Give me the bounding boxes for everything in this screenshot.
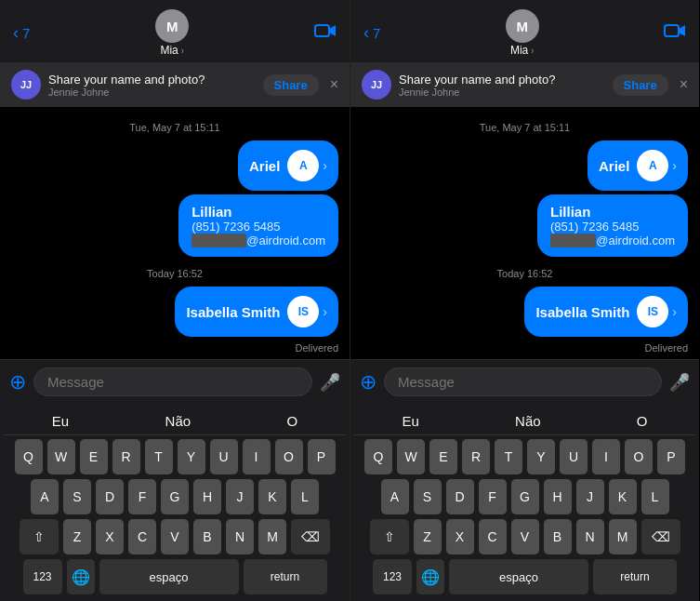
left-back-count[interactable]: 7 bbox=[22, 25, 30, 41]
left-key-space[interactable]: espaço bbox=[99, 559, 239, 594]
left-key-l[interactable]: L bbox=[291, 479, 319, 514]
left-video-button[interactable] bbox=[314, 22, 337, 44]
left-key-x[interactable]: X bbox=[96, 519, 124, 554]
left-key-e[interactable]: E bbox=[80, 439, 108, 474]
left-share-close[interactable]: × bbox=[330, 76, 338, 93]
right-key-123[interactable]: 123 bbox=[373, 559, 412, 594]
right-key-f[interactable]: F bbox=[479, 479, 507, 514]
left-key-q[interactable]: Q bbox=[15, 439, 43, 474]
left-msg-ariel: Ariel A › bbox=[11, 140, 338, 191]
left-key-a[interactable]: A bbox=[31, 479, 59, 514]
right-key-q[interactable]: Q bbox=[364, 439, 392, 474]
left-suggest-2[interactable]: Não bbox=[165, 413, 192, 429]
left-key-delete[interactable]: ⌫ bbox=[291, 519, 330, 554]
left-key-p[interactable]: P bbox=[308, 439, 336, 474]
right-back-area[interactable]: ‹ 7 bbox=[363, 23, 380, 43]
right-key-m[interactable]: M bbox=[609, 519, 637, 554]
right-key-n[interactable]: N bbox=[576, 519, 604, 554]
right-key-a[interactable]: A bbox=[381, 479, 409, 514]
left-key-j[interactable]: J bbox=[226, 479, 254, 514]
right-suggest-1[interactable]: Eu bbox=[403, 413, 419, 429]
right-key-c[interactable]: C bbox=[479, 519, 507, 554]
left-key-shift[interactable]: ⇧ bbox=[20, 519, 59, 554]
left-share-button[interactable]: Share bbox=[263, 74, 319, 96]
left-key-z[interactable]: Z bbox=[63, 519, 91, 554]
left-key-123[interactable]: 123 bbox=[23, 559, 62, 594]
right-key-i[interactable]: I bbox=[592, 439, 620, 474]
left-ariel-bubble[interactable]: Ariel A › bbox=[238, 140, 338, 191]
right-key-delete[interactable]: ⌫ bbox=[641, 519, 680, 554]
right-key-p[interactable]: P bbox=[657, 439, 685, 474]
right-key-l[interactable]: L bbox=[641, 479, 669, 514]
left-message-input[interactable] bbox=[33, 367, 312, 396]
right-key-w[interactable]: W bbox=[397, 439, 425, 474]
right-key-u[interactable]: U bbox=[560, 439, 588, 474]
left-key-w[interactable]: W bbox=[47, 439, 75, 474]
left-lillian-bubble[interactable]: Lillian (851) 7236 5485 ■■■■■■@airdroid.… bbox=[178, 194, 338, 257]
right-key-j[interactable]: J bbox=[576, 479, 604, 514]
left-key-emoji[interactable]: 🌐 bbox=[67, 559, 95, 594]
left-mic-button[interactable]: 🎤 bbox=[320, 372, 340, 393]
left-key-f[interactable]: F bbox=[128, 479, 156, 514]
right-key-z[interactable]: Z bbox=[414, 519, 442, 554]
right-share-close[interactable]: × bbox=[680, 76, 688, 93]
right-ariel-bubble[interactable]: Ariel A › bbox=[588, 140, 688, 191]
left-back-area[interactable]: ‹ 7 bbox=[13, 23, 30, 43]
right-delivered: Delivered bbox=[362, 342, 688, 354]
left-key-y[interactable]: Y bbox=[178, 439, 205, 474]
right-header-center[interactable]: M Mia › bbox=[506, 9, 539, 57]
left-key-g[interactable]: G bbox=[161, 479, 189, 514]
right-key-o[interactable]: O bbox=[625, 439, 653, 474]
left-key-d[interactable]: D bbox=[96, 479, 124, 514]
right-lillian-bubble[interactable]: Lillian (851) 7236 5485 ■■■■■@airdroid.c… bbox=[537, 194, 688, 257]
right-back-count[interactable]: 7 bbox=[373, 25, 380, 41]
right-key-r[interactable]: R bbox=[462, 439, 490, 474]
left-key-m[interactable]: M bbox=[258, 519, 286, 554]
left-key-t[interactable]: T bbox=[145, 439, 173, 474]
right-share-button[interactable]: Share bbox=[613, 74, 668, 96]
right-key-space[interactable]: espaço bbox=[449, 559, 588, 594]
right-key-b[interactable]: B bbox=[544, 519, 572, 554]
right-key-y[interactable]: Y bbox=[527, 439, 555, 474]
right-isabella-bubble[interactable]: Isabella Smith IS › bbox=[524, 287, 688, 337]
right-key-e[interactable]: E bbox=[429, 439, 457, 474]
right-plus-button[interactable]: ⊕ bbox=[360, 370, 376, 394]
left-keyboard: Eu Não O Q W E R T Y U I O P A S D F G H… bbox=[0, 404, 350, 601]
right-video-button[interactable] bbox=[664, 22, 686, 44]
right-suggest-2[interactable]: Não bbox=[515, 413, 541, 429]
right-key-shift[interactable]: ⇧ bbox=[370, 519, 409, 554]
right-key-t[interactable]: T bbox=[495, 439, 522, 474]
left-suggest-1[interactable]: Eu bbox=[52, 413, 69, 429]
right-key-k[interactable]: K bbox=[609, 479, 637, 514]
right-key-s[interactable]: S bbox=[414, 479, 442, 514]
left-key-u[interactable]: U bbox=[210, 439, 238, 474]
left-key-b[interactable]: B bbox=[193, 519, 221, 554]
right-key-x[interactable]: X bbox=[446, 519, 474, 554]
left-plus-button[interactable]: ⊕ bbox=[9, 370, 26, 394]
right-key-return[interactable]: return bbox=[593, 559, 677, 594]
right-key-h[interactable]: H bbox=[544, 479, 572, 514]
left-key-h[interactable]: H bbox=[193, 479, 221, 514]
right-key-emoji[interactable]: 🌐 bbox=[416, 559, 444, 594]
left-key-i[interactable]: I bbox=[243, 439, 271, 474]
left-key-n[interactable]: N bbox=[226, 519, 254, 554]
left-key-k[interactable]: K bbox=[258, 479, 286, 514]
left-key-c[interactable]: C bbox=[128, 519, 156, 554]
left-key-return[interactable]: return bbox=[244, 559, 327, 594]
svg-rect-0 bbox=[315, 25, 329, 36]
right-mic-button[interactable]: 🎤 bbox=[669, 372, 690, 393]
left-isabella-bubble[interactable]: Isabella Smith IS › bbox=[175, 287, 338, 337]
left-suggest-3[interactable]: O bbox=[287, 413, 298, 429]
right-key-g[interactable]: G bbox=[511, 479, 539, 514]
right-message-input[interactable] bbox=[384, 367, 662, 396]
left-key-r[interactable]: R bbox=[112, 439, 140, 474]
right-suggest-3[interactable]: O bbox=[637, 413, 648, 429]
left-messages-area: Tue, May 7 at 15:11 Ariel A › Lillian (8… bbox=[0, 107, 350, 359]
right-key-v[interactable]: V bbox=[511, 519, 539, 554]
right-key-d[interactable]: D bbox=[446, 479, 474, 514]
left-key-v[interactable]: V bbox=[161, 519, 189, 554]
right-back-chevron: ‹ bbox=[363, 23, 369, 43]
left-key-s[interactable]: S bbox=[63, 479, 91, 514]
left-header-center[interactable]: M Mia › bbox=[155, 9, 189, 57]
left-key-o[interactable]: O bbox=[275, 439, 303, 474]
